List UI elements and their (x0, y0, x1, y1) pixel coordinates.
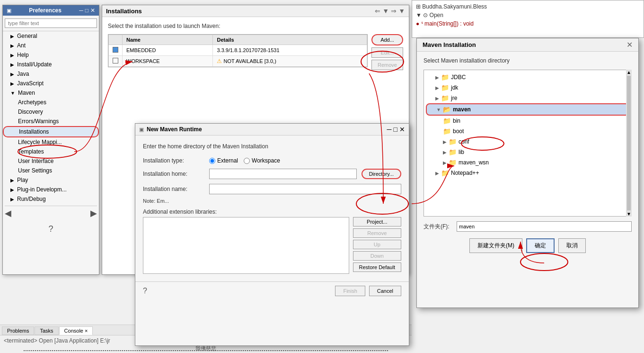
tab-tasks[interactable]: Tasks (35, 326, 58, 335)
new-folder-button[interactable]: 新建文件夹(M) (469, 238, 522, 253)
sidebar-item-help[interactable]: ▶Help (3, 50, 99, 60)
sidebar-item-javascript[interactable]: ▶JavaScript (3, 79, 99, 88)
expand-arrow-lib: ▶ (443, 150, 447, 155)
code-line-3: ● ˢ main(String[]) : void (416, 19, 640, 28)
expand-arrow-maven: ▼ (436, 107, 441, 112)
tree-item-jre[interactable]: ▶ 📁 jre (426, 93, 629, 103)
checkbox-workspace[interactable] (113, 58, 118, 63)
radio-external-input[interactable] (209, 158, 215, 164)
help-icon[interactable]: ? (48, 224, 53, 234)
folder-icon-maven: 📂 (443, 106, 451, 113)
sidebar-item-plugin[interactable]: ▶Plug-in Developm... (3, 185, 99, 194)
prefs-scroll-left[interactable]: ◀ (5, 208, 11, 218)
lib-label: lib (459, 149, 464, 155)
sidebar-item-user-settings[interactable]: User Settings (3, 166, 99, 175)
row-check[interactable] (109, 45, 123, 56)
nmr-ext-label: Additional extension libraries: (143, 208, 401, 215)
folder-input[interactable] (457, 221, 632, 232)
nmr-close[interactable]: ✕ (399, 126, 405, 133)
add-button[interactable]: Add... (371, 34, 403, 45)
project-button[interactable]: Project... (353, 217, 401, 226)
prefs-scroll-right[interactable]: ▶ (90, 208, 97, 218)
tree-item-maven-wsn[interactable]: ▶ 📁 maven_wsn (426, 157, 629, 168)
tab-problems[interactable]: Problems (2, 326, 34, 335)
inst-description: Select the installation used to launch M… (108, 23, 403, 29)
radio-external-label: External (217, 157, 238, 164)
sidebar-item-errors-warnings[interactable]: Errors/Warnings (3, 117, 99, 126)
prefs-maximize[interactable]: □ (85, 7, 88, 14)
inst-content: Select the installation used to launch M… (102, 17, 409, 76)
back-icon[interactable]: ⇐ (375, 7, 380, 15)
up-button[interactable]: Up (353, 240, 401, 249)
down-button[interactable]: Down (353, 251, 401, 261)
tree-item-jdk[interactable]: ▶ 📁 jdk (426, 82, 629, 93)
menu-icon[interactable]: ▼ (398, 7, 405, 15)
sidebar-item-play[interactable]: ▶Play (3, 175, 99, 185)
scroll-up-arrow[interactable]: ▲ (626, 70, 631, 75)
folder-icon-conf: 📁 (449, 138, 457, 145)
maven-tree-area[interactable]: ▶ 📁 JDBC ▶ 📁 jdk ▶ 📁 jre ▼ (423, 70, 632, 217)
tree-item-lib[interactable]: ▶ 📁 lib (426, 147, 629, 157)
nmr-maximize[interactable]: □ (394, 126, 397, 133)
sidebar-item-ant[interactable]: ▶Ant (3, 41, 99, 50)
sidebar-item-installations[interactable]: Installations (3, 126, 99, 137)
maven-wsn-label: maven_wsn (459, 159, 489, 166)
sidebar-item-archetypes[interactable]: Archetypes (3, 98, 99, 107)
cancel-maven-button[interactable]: 取消 (558, 238, 586, 253)
tree-item-maven[interactable]: ▼ 📂 maven (426, 103, 629, 116)
cancel-button[interactable]: Cancel (369, 286, 401, 296)
scroll-down-arrow[interactable]: ▼ (626, 211, 631, 217)
prefs-minimize[interactable]: ─ (79, 7, 83, 14)
inst-panel-title: Installations (106, 8, 142, 15)
prefs-title: Preferences (29, 7, 62, 14)
sidebar-item-java[interactable]: ▶Java (3, 69, 99, 79)
installation-name-input[interactable] (209, 184, 401, 194)
maven-installation-dialog: Maven Installation ✕ Select Maven instal… (416, 38, 639, 308)
radio-workspace-input[interactable] (244, 158, 250, 164)
tree-item-boot[interactable]: 📁 boot (426, 126, 629, 136)
finish-button[interactable]: Finish (335, 286, 365, 296)
nmr-radio-workspace[interactable]: Workspace (244, 157, 280, 164)
scroll-thumb[interactable] (627, 76, 631, 210)
sidebar-item-maven[interactable]: ▼Maven (3, 88, 99, 98)
table-row[interactable]: WORKSPACE ⚠ NOT AVAILABLE [3.0,) (109, 56, 367, 67)
tree-item-conf[interactable]: ▶ 📁 conf (426, 136, 629, 147)
nmr-remove-button[interactable]: Remove (353, 228, 401, 238)
maven-filename-row: 文件夹(F): (423, 217, 632, 235)
sidebar-item-lifecycle[interactable]: Lifecycle Mappi... (3, 137, 99, 147)
sidebar-item-run-debug[interactable]: ▶Run/Debug (3, 194, 99, 204)
dropdown-icon[interactable]: ▼ (382, 7, 389, 15)
tree-item-bin[interactable]: 📁 bin (426, 116, 629, 126)
confirm-button[interactable]: 确定 (526, 238, 555, 253)
expand-arrow-jdbc: ▶ (435, 75, 439, 80)
sidebar-item-discovery[interactable]: Discovery (3, 107, 99, 117)
maven-subtitle: Select Maven installation directory (423, 57, 632, 64)
maven-label: maven (453, 106, 471, 113)
nmr-minimize[interactable]: ─ (387, 126, 392, 133)
row-check[interactable] (109, 56, 123, 67)
nmr-help-icon[interactable]: ? (143, 287, 147, 295)
sidebar-item-templates[interactable]: Templates (3, 147, 99, 156)
sidebar-item-user-interface[interactable]: User Interface (3, 156, 99, 166)
directory-button[interactable]: Directory... (362, 169, 401, 179)
maven-close-button[interactable]: ✕ (626, 40, 633, 49)
remove-button[interactable]: Remove (371, 60, 403, 70)
folder-icon-lib: 📁 (449, 148, 457, 156)
tab-console[interactable]: Console × (59, 326, 93, 335)
installation-home-input[interactable] (209, 169, 357, 179)
preferences-dialog: ▣ Preferences ─ □ ✕ ▶General ▶Ant ▶Help … (2, 5, 99, 275)
search-input[interactable] (5, 18, 97, 28)
nmr-radio-external[interactable]: External (209, 157, 238, 164)
edit-button[interactable]: Edit... (371, 47, 403, 58)
tree-scrollbar[interactable]: ▲ ▼ (626, 70, 632, 217)
restore-default-button[interactable]: Restore Default (353, 262, 401, 272)
table-row[interactable]: EMBEDDED 3.3.9/1.8.1.20170728-1531 (109, 45, 367, 56)
prefs-close[interactable]: ✕ (90, 7, 95, 14)
sidebar-item-general[interactable]: ▶General (3, 31, 99, 41)
tree-item-jdbc[interactable]: ▶ 📁 JDBC (426, 72, 629, 82)
tree-item-notepad[interactable]: ▶ 📁 Notepad++ (426, 168, 629, 178)
sidebar-item-install-update[interactable]: ▶Install/Update (3, 60, 99, 69)
forward-icon[interactable]: ⇒ (391, 7, 397, 15)
jre-label: jre (451, 95, 457, 101)
checkbox-embedded[interactable] (113, 47, 118, 53)
